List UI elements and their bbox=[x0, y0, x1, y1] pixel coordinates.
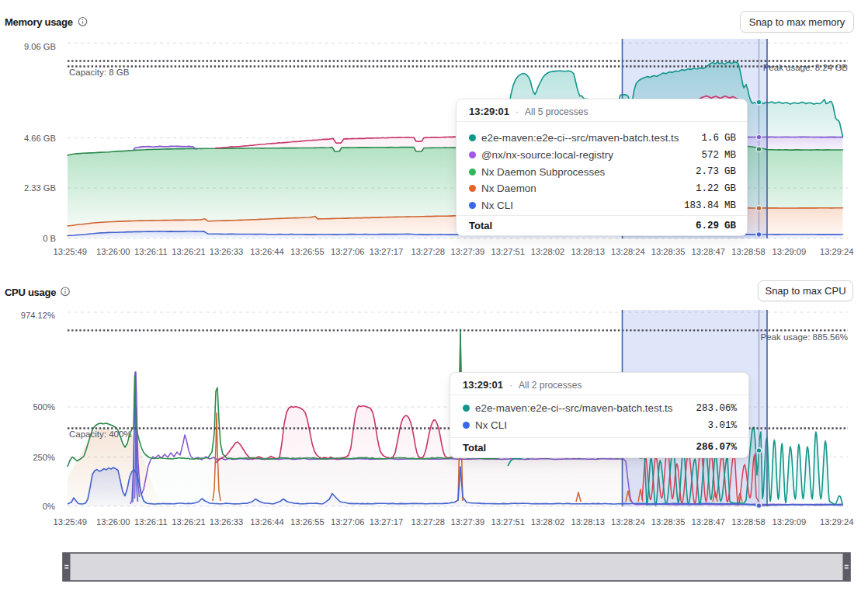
svg-text:13:28:58: 13:28:58 bbox=[731, 517, 766, 527]
svg-text:13:28:35: 13:28:35 bbox=[651, 247, 686, 256]
svg-text:13:29:24: 13:29:24 bbox=[820, 517, 854, 527]
svg-text:13:28:13: 13:28:13 bbox=[571, 517, 605, 527]
svg-text:13:27:39: 13:27:39 bbox=[451, 247, 485, 256]
svg-text:Capacity: 400%: Capacity: 400% bbox=[69, 429, 132, 439]
svg-text:13:27:17: 13:27:17 bbox=[370, 247, 404, 256]
svg-text:0%: 0% bbox=[43, 502, 55, 511]
svg-text:250%: 250% bbox=[33, 453, 55, 462]
svg-text:974.12%: 974.12% bbox=[21, 311, 55, 320]
svg-text:4.66 GB: 4.66 GB bbox=[24, 134, 56, 143]
svg-text:13:29:09: 13:29:09 bbox=[773, 517, 807, 527]
svg-text:13:29:09: 13:29:09 bbox=[773, 247, 807, 256]
svg-text:13:28:02: 13:28:02 bbox=[531, 247, 565, 256]
svg-text:9.06 GB: 9.06 GB bbox=[24, 42, 56, 51]
svg-text:13:26:55: 13:26:55 bbox=[290, 247, 325, 256]
svg-text:13:26:55: 13:26:55 bbox=[290, 517, 325, 527]
svg-text:13:28:24: 13:28:24 bbox=[611, 517, 645, 527]
svg-text:13:27:28: 13:27:28 bbox=[411, 517, 445, 527]
svg-text:Peak usage: 8.24 GB: Peak usage: 8.24 GB bbox=[763, 63, 849, 72]
svg-text:13:26:11: 13:26:11 bbox=[134, 247, 168, 256]
svg-text:13:28:58: 13:28:58 bbox=[731, 247, 766, 256]
svg-text:13:27:17: 13:27:17 bbox=[370, 517, 404, 527]
svg-text:13:27:39: 13:27:39 bbox=[451, 517, 485, 527]
svg-text:13:28:47: 13:28:47 bbox=[692, 517, 726, 527]
svg-text:13:27:06: 13:27:06 bbox=[331, 247, 365, 256]
svg-text:13:27:28: 13:27:28 bbox=[411, 247, 445, 256]
svg-text:13:27:51: 13:27:51 bbox=[491, 247, 526, 256]
svg-text:13:25:49: 13:25:49 bbox=[54, 517, 88, 527]
svg-text:13:28:02: 13:28:02 bbox=[531, 517, 565, 527]
svg-text:13:29:24: 13:29:24 bbox=[820, 247, 854, 256]
svg-text:Capacity: 8 GB: Capacity: 8 GB bbox=[69, 68, 130, 77]
svg-text:13:28:13: 13:28:13 bbox=[571, 247, 605, 256]
svg-text:13:27:06: 13:27:06 bbox=[331, 517, 365, 527]
svg-text:13:26:44: 13:26:44 bbox=[250, 517, 284, 527]
svg-text:13:27:51: 13:27:51 bbox=[491, 517, 526, 527]
svg-text:13:26:00: 13:26:00 bbox=[96, 517, 130, 527]
svg-text:13:26:11: 13:26:11 bbox=[134, 517, 168, 527]
svg-text:13:25:49: 13:25:49 bbox=[54, 247, 88, 256]
svg-text:13:26:21: 13:26:21 bbox=[172, 517, 206, 527]
svg-text:13:28:24: 13:28:24 bbox=[611, 247, 645, 256]
svg-text:13:26:00: 13:26:00 bbox=[96, 247, 130, 256]
svg-text:13:26:21: 13:26:21 bbox=[172, 247, 206, 256]
svg-text:Peak usage: 885.56%: Peak usage: 885.56% bbox=[760, 332, 848, 342]
svg-text:13:26:44: 13:26:44 bbox=[250, 247, 284, 256]
svg-text:13:28:35: 13:28:35 bbox=[651, 517, 686, 527]
svg-text:13:26:33: 13:26:33 bbox=[210, 247, 244, 256]
svg-text:0 B: 0 B bbox=[43, 234, 56, 243]
svg-text:500%: 500% bbox=[33, 402, 55, 412]
svg-text:2.33 GB: 2.33 GB bbox=[24, 183, 56, 193]
svg-text:13:26:33: 13:26:33 bbox=[210, 517, 244, 527]
svg-text:13:28:47: 13:28:47 bbox=[692, 247, 726, 256]
